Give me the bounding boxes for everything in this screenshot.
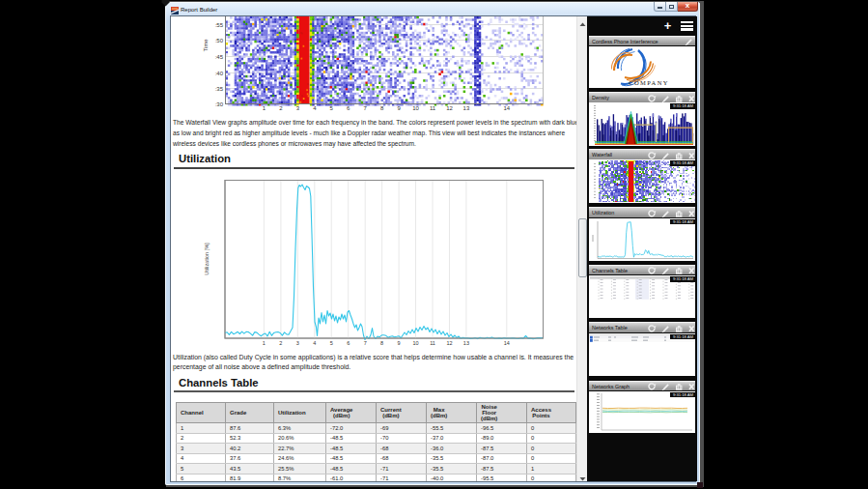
svg-text::30: :30 bbox=[215, 101, 224, 107]
svg-text::55: :55 bbox=[215, 22, 224, 28]
svg-text:11: 11 bbox=[430, 340, 435, 346]
svg-text:Time: Time bbox=[203, 39, 209, 52]
svg-text:COMPANY: COMPANY bbox=[629, 79, 669, 86]
svg-text:14: 14 bbox=[503, 105, 510, 111]
svg-text:5: 5 bbox=[330, 340, 333, 346]
svg-text:13: 13 bbox=[463, 340, 469, 346]
svg-text:7: 7 bbox=[364, 340, 367, 346]
svg-text:12: 12 bbox=[446, 105, 453, 111]
svg-text:6: 6 bbox=[347, 340, 350, 346]
svg-text:8: 8 bbox=[380, 340, 383, 346]
svg-text::35: :35 bbox=[215, 86, 224, 92]
svg-text:3: 3 bbox=[296, 340, 299, 346]
svg-text:Utilization [%]: Utilization [%] bbox=[204, 243, 210, 275]
svg-text::50: :50 bbox=[215, 38, 224, 43]
svg-text:3: 3 bbox=[296, 105, 300, 111]
svg-text:12: 12 bbox=[446, 340, 452, 346]
svg-text:2: 2 bbox=[279, 340, 282, 346]
svg-text:10: 10 bbox=[412, 340, 418, 346]
svg-text::40: :40 bbox=[215, 71, 224, 76]
svg-text:11: 11 bbox=[430, 105, 436, 111]
svg-text:14: 14 bbox=[504, 340, 510, 346]
svg-text:4: 4 bbox=[313, 340, 316, 346]
svg-text:1: 1 bbox=[263, 340, 266, 346]
svg-text:10: 10 bbox=[412, 105, 419, 111]
svg-text:9: 9 bbox=[398, 340, 401, 346]
svg-text::45: :45 bbox=[215, 54, 224, 60]
svg-text:13: 13 bbox=[463, 105, 470, 111]
svg-text:4: 4 bbox=[313, 105, 317, 111]
